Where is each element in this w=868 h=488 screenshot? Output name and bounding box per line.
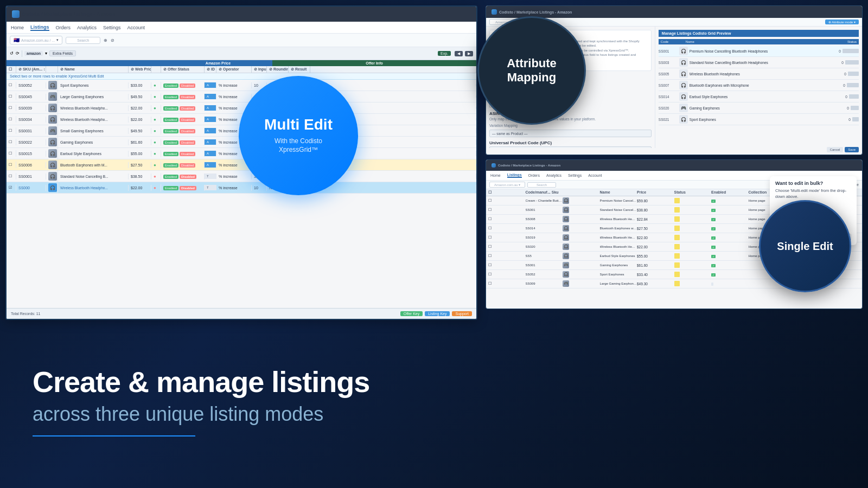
- product-img: 🎧: [48, 149, 57, 158]
- preview-name: Standard Noise Cancelling Bluetooth Head…: [690, 61, 833, 65]
- th-webprice: ⊘ Web Price: [129, 66, 151, 73]
- preview-sku: SS021: [659, 118, 678, 121]
- marketplace-selector[interactable]: 🇦🇺 Amazon.com.au / ... ▾: [10, 36, 62, 44]
- preview-sku: SS005: [659, 72, 678, 76]
- single-nav-account[interactable]: Account: [588, 174, 602, 177]
- single-th-price: Price: [637, 190, 674, 195]
- product-img: 🎮: [48, 92, 57, 101]
- variation-map-label: Variation Mapping: [489, 124, 652, 128]
- sr-img: 🎧: [563, 197, 569, 204]
- preview-row: SS020 🎮 Gaming Earphones 0: [659, 102, 859, 114]
- single-nav-home[interactable]: Home: [490, 174, 501, 177]
- upc-label: Universal Product Code (UPC): [489, 140, 652, 145]
- save-btn[interactable]: Save: [845, 147, 859, 148]
- single-edit-badge: Single Edit: [759, 200, 851, 292]
- extra-fields-btn[interactable]: Extra Fields: [49, 50, 76, 56]
- cancel-btn[interactable]: Cancel: [827, 147, 844, 148]
- product-img: 🎧: [48, 172, 57, 181]
- preview-img: 🎧: [679, 92, 688, 101]
- table-row[interactable]: ☐ SS0052 🎧 Sport Earphones $33.00 ● Enab…: [7, 80, 476, 91]
- th-input: ⊘ Input: [252, 66, 267, 73]
- attr-mode-btn[interactable]: ⊕ Attribute mode ▾: [825, 20, 859, 24]
- sub-heading: across three unique listing modes: [33, 403, 369, 426]
- single-edit-screenshot: Codisto / Marketplace Listings - Amazon …: [486, 159, 863, 309]
- preview-img: 🎧: [679, 58, 688, 67]
- table-row[interactable]: ☐ SS0045 🎮 Large Gaming Earphones $49.50…: [7, 91, 476, 102]
- preview-name: Premium Noise Cancelling Bluetooth Headp…: [690, 49, 830, 53]
- right-panel: AttributeMapping Codisto / Marketplace L…: [483, 0, 868, 314]
- preview-sku: SS020: [659, 106, 678, 110]
- product-img: 🎧: [48, 183, 57, 192]
- dropdown-icon[interactable]: ▾: [45, 51, 47, 56]
- preview-num: 0: [837, 95, 847, 99]
- th-result: ⊘ Result: [289, 66, 310, 73]
- product-img: 🎧: [48, 115, 57, 124]
- sr-img: 🎮: [563, 262, 569, 268]
- nav-settings[interactable]: Settings: [103, 25, 121, 30]
- th-img: [46, 66, 58, 73]
- preview-num: 0: [830, 49, 841, 53]
- preview-img: 🎧: [679, 115, 688, 124]
- single-nav-orders[interactable]: Orders: [528, 174, 540, 177]
- single-nav-analytics[interactable]: Analytics: [546, 174, 561, 177]
- preview-num: 0: [838, 106, 849, 110]
- th-detail: [310, 66, 476, 73]
- nav-home[interactable]: Home: [11, 25, 24, 30]
- nav-arrow-right[interactable]: ▶: [465, 51, 473, 56]
- preview-name: Wireless Bluetooth Headphones: [690, 72, 835, 76]
- main-heading: Create & manage listings: [33, 366, 369, 398]
- sync-icon[interactable]: ⟳: [16, 51, 20, 56]
- table-row[interactable]: ☑ SS000 🎧 Wireless Bluetooth Headpho... …: [7, 182, 476, 194]
- sr-img: 🎮: [563, 280, 569, 287]
- preview-row: SS001 🎧 Premium Noise Cancelling Bluetoo…: [659, 46, 859, 57]
- preview-row: SS007 🎧 Bluetooth Earphones with Microph…: [659, 80, 859, 91]
- single-th-name: Name: [600, 190, 637, 195]
- sr-img: 🎧: [563, 253, 569, 259]
- preview-action-btns: Cancel Save: [827, 147, 859, 148]
- search-bar: 🇦🇺 Amazon.com.au / ... ▾ Search ⊕ ⊘: [7, 34, 476, 47]
- table-row[interactable]: ☐ SS0006 🎧 Bluetooth Earphones with M...…: [7, 159, 476, 171]
- single-th-checkbox: ☐: [488, 190, 526, 195]
- preview-row: SS005 🎧 Wireless Bluetooth Headphones 0: [659, 68, 859, 80]
- nav-account[interactable]: Account: [127, 25, 145, 30]
- sr-img: 🎧: [563, 243, 569, 250]
- preview-row: SS021 🎧 Sport Earphones 0: [659, 114, 859, 125]
- search-input[interactable]: Search: [66, 37, 100, 44]
- single-search-field[interactable]: Search: [527, 182, 556, 188]
- table-row[interactable]: ☐ SS0039 🎧 Wireless Bluetooth Headpho...…: [7, 102, 476, 114]
- preview-th-sku: Code: [661, 40, 677, 43]
- single-search-left: Amazon.com.au ▾ Search: [489, 182, 556, 188]
- product-img: 🎧: [48, 81, 57, 89]
- app-nav: Home Listings Orders Analytics Settings …: [7, 22, 476, 34]
- nav-listings[interactable]: Listings: [30, 24, 49, 31]
- single-nav-listings[interactable]: Listings: [507, 173, 522, 178]
- refresh-icon[interactable]: ↺: [10, 51, 14, 56]
- single-app-header: Codisto / Marketplace Listings - Amazon: [486, 160, 862, 171]
- single-nav-settings[interactable]: Settings: [568, 174, 582, 177]
- preview-img: 🎮: [679, 104, 688, 112]
- preview-bar: [851, 106, 859, 110]
- export-btn[interactable]: Exp.: [438, 51, 451, 56]
- th-rounding: ⊘ Rounding: [267, 66, 289, 73]
- bottom-text: Create & manage listings across three un…: [33, 366, 369, 436]
- single-marketplace-select[interactable]: Amazon.com.au ▾: [489, 182, 525, 188]
- preview-img: 🎧: [679, 69, 688, 78]
- attr-app-header: Codisto / Marketplace Listings - Amazon: [486, 6, 862, 18]
- nav-analytics[interactable]: Analytics: [77, 25, 97, 30]
- amazon-price-header: Amazon Price: [164, 60, 272, 66]
- asin-input[interactable]: — same as Product —: [489, 130, 652, 137]
- nav-orders[interactable]: Orders: [56, 25, 71, 30]
- upc-input[interactable]: Barcode barcode: [489, 146, 652, 148]
- preview-bar: [852, 117, 859, 121]
- th-sku: ⊘ SKU (Am... ↕↕: [16, 66, 46, 73]
- upc-section: Universal Product Code (UPC) Barcode bar…: [489, 140, 652, 148]
- multi-edit-badge: Multi Edit With the CodistoXpressGrid™: [239, 76, 358, 195]
- th-id: ⊘ ID: [205, 66, 216, 73]
- product-img: 🎧: [48, 160, 57, 169]
- preview-th-name: Name: [686, 40, 846, 43]
- preview-sku: SS003: [659, 61, 678, 65]
- nav-arrow-left[interactable]: ◀: [455, 51, 463, 56]
- table-row[interactable]: ☐ SS0001 🎧 Standard Noise Cancelling B..…: [7, 171, 476, 182]
- preview-num: 0: [834, 84, 845, 87]
- th-operator: ⊘ Operator: [216, 66, 252, 73]
